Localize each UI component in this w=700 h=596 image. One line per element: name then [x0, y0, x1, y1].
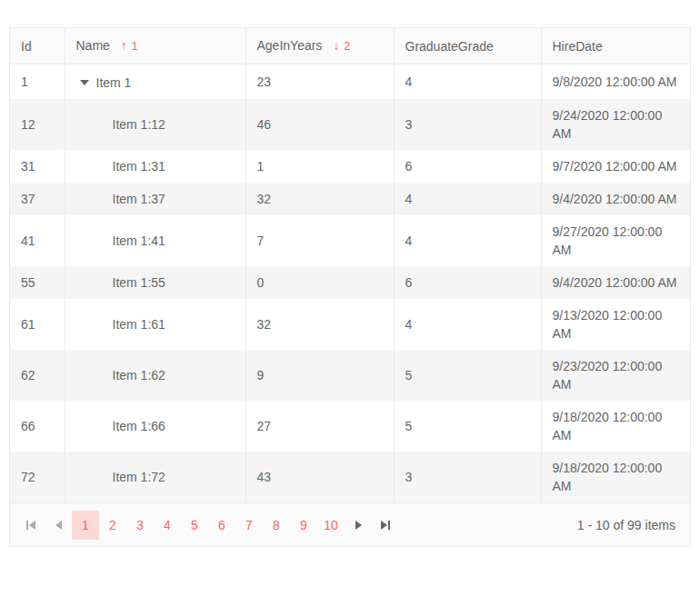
cell-id: 66 [10, 401, 65, 452]
name-cell-content: Item 1:41 [76, 232, 165, 250]
table-row[interactable]: 12Item 1:124639/24/2020 12:00:00 AM [10, 99, 690, 150]
cell-name: Item 1:61 [65, 299, 245, 350]
column-label: GraduateGrade [405, 39, 494, 54]
item-name-label: Item 1 [96, 74, 132, 92]
table-row[interactable]: 72Item 1:724339/18/2020 12:00:00 AM [10, 452, 690, 502]
cell-graduategrade: 5 [394, 401, 541, 452]
cell-hiredate: 9/23/2020 12:00:00 AM [541, 350, 690, 401]
column-label: AgeInYears [257, 38, 323, 53]
item-name-label: Item 1:72 [113, 468, 165, 486]
treelist-grid: Id Name↑1 AgeInYears↓2 GraduateGrade Hir… [9, 27, 691, 547]
cell-hiredate: 9/27/2020 12:00:00 AM [541, 215, 690, 266]
pager-page-button[interactable]: 8 [263, 511, 290, 540]
column-label: Id [21, 39, 32, 54]
prev-page-button[interactable] [45, 511, 72, 540]
table-row[interactable]: 66Item 1:662759/18/2020 12:00:00 AM [10, 401, 690, 452]
first-page-button[interactable] [17, 511, 45, 540]
next-page-icon [355, 521, 362, 530]
table-row[interactable]: 37Item 1:373249/4/2020 12:00:00 AM [10, 183, 690, 215]
cell-ageinyears: 43 [245, 452, 394, 502]
pager-page-button[interactable]: 3 [126, 511, 154, 540]
cell-name: Item 1:37 [65, 183, 245, 215]
prev-page-icon [55, 521, 62, 530]
item-name-label: Item 1:41 [113, 232, 165, 250]
cell-name: Item 1:31 [65, 150, 245, 183]
column-header-ageinyears[interactable]: AgeInYears↓2 [245, 28, 394, 65]
last-page-button[interactable] [372, 511, 399, 540]
pager-info: 1 - 10 of 99 items [577, 518, 683, 532]
cell-ageinyears: 32 [245, 299, 394, 350]
table-row[interactable]: 31Item 1:31169/7/2020 12:00:00 AM [10, 150, 690, 183]
table-row[interactable]: 41Item 1:41749/27/2020 12:00:00 AM [10, 215, 690, 266]
column-header-hiredate[interactable]: HireDate [541, 28, 690, 65]
last-page-icon [381, 521, 390, 530]
cell-hiredate: 9/18/2020 12:00:00 AM [541, 401, 690, 452]
pager: 12345678910 1 - 10 of 99 items [10, 502, 690, 546]
item-name-label: Item 1:55 [113, 273, 165, 292]
collapse-icon[interactable] [80, 80, 89, 85]
table-row[interactable]: 55Item 1:55069/4/2020 12:00:00 AM [10, 266, 690, 299]
cell-hiredate: 9/4/2020 12:00:00 AM [541, 183, 690, 215]
data-table: Id Name↑1 AgeInYears↓2 GraduateGrade Hir… [10, 28, 690, 502]
pager-page-button[interactable]: 7 [235, 511, 263, 540]
name-cell-content: Item 1 [76, 74, 132, 92]
pager-pages: 12345678910 [72, 511, 345, 540]
cell-name: Item 1:41 [65, 215, 245, 266]
item-name-label: Item 1:37 [113, 190, 165, 208]
cell-graduategrade: 5 [394, 350, 541, 401]
cell-hiredate: 9/8/2020 12:00:00 AM [541, 65, 690, 100]
pager-page-button[interactable]: 2 [99, 511, 126, 540]
table-row[interactable]: 61Item 1:613249/13/2020 12:00:00 AM [10, 299, 690, 350]
cell-id: 37 [10, 183, 65, 215]
next-page-button[interactable] [345, 511, 372, 540]
column-header-name[interactable]: Name↑1 [65, 28, 245, 65]
cell-ageinyears: 0 [245, 266, 394, 299]
cell-graduategrade: 3 [394, 452, 541, 502]
cell-name: Item 1:72 [65, 452, 245, 502]
pager-page-button[interactable]: 5 [181, 511, 208, 540]
cell-ageinyears: 27 [245, 401, 394, 452]
name-cell-content: Item 1:66 [76, 417, 165, 435]
sort-asc-icon: ↑ [121, 38, 127, 53]
item-name-label: Item 1:61 [113, 315, 165, 333]
cell-graduategrade: 4 [394, 183, 541, 215]
cell-graduategrade: 6 [394, 150, 541, 183]
item-name-label: Item 1:66 [113, 417, 165, 435]
cell-ageinyears: 46 [245, 99, 394, 150]
name-cell-content: Item 1:31 [76, 157, 165, 175]
cell-ageinyears: 32 [245, 183, 394, 215]
cell-graduategrade: 4 [394, 215, 541, 266]
pager-page-button[interactable]: 1 [72, 511, 99, 540]
cell-ageinyears: 1 [245, 150, 394, 183]
cell-graduategrade: 6 [394, 266, 541, 299]
column-label: HireDate [553, 39, 603, 54]
sort-desc-icon: ↓ [333, 38, 339, 53]
item-name-label: Item 1:12 [113, 115, 165, 134]
cell-name: Item 1:55 [65, 266, 245, 299]
name-cell-content: Item 1:62 [76, 366, 165, 384]
first-page-icon [26, 521, 35, 530]
name-cell-content: Item 1:55 [76, 273, 165, 292]
pager-page-button[interactable]: 6 [208, 511, 235, 540]
name-cell-content: Item 1:37 [76, 190, 165, 208]
item-name-label: Item 1:31 [113, 157, 165, 175]
pager-page-button[interactable]: 10 [317, 511, 345, 540]
sort-order-badge: 2 [344, 40, 350, 53]
cell-id: 62 [10, 350, 65, 401]
item-name-label: Item 1:62 [113, 366, 165, 384]
pager-page-button[interactable]: 4 [154, 511, 181, 540]
page: Id Name↑1 AgeInYears↓2 GraduateGrade Hir… [0, 27, 700, 596]
cell-id: 1 [10, 65, 65, 100]
table-row[interactable]: 62Item 1:62959/23/2020 12:00:00 AM [10, 350, 690, 401]
column-header-graduategrade[interactable]: GraduateGrade [394, 28, 541, 65]
cell-name: Item 1:12 [65, 99, 245, 150]
pager-page-button[interactable]: 9 [290, 511, 317, 540]
table-row[interactable]: 1Item 12349/8/2020 12:00:00 AM [10, 65, 690, 100]
cell-hiredate: 9/18/2020 12:00:00 AM [541, 452, 690, 502]
sort-order-badge: 1 [132, 40, 138, 53]
cell-name: Item 1 [65, 65, 245, 100]
cell-id: 12 [10, 99, 65, 150]
header-row: Id Name↑1 AgeInYears↓2 GraduateGrade Hir… [10, 28, 690, 65]
name-cell-content: Item 1:72 [76, 468, 165, 486]
column-header-id[interactable]: Id [10, 28, 65, 65]
